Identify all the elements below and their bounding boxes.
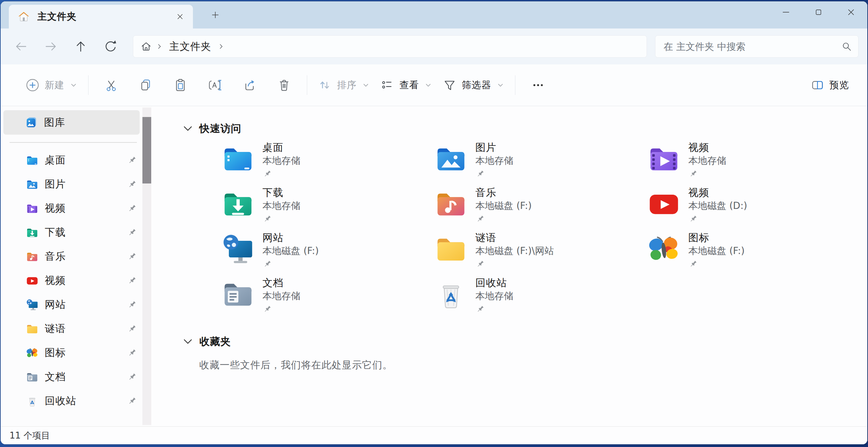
breadcrumb[interactable]: 主文件夹 [133, 35, 647, 58]
sidebar-scrollbar-thumb[interactable] [142, 117, 151, 183]
tab-close-button[interactable] [172, 8, 188, 25]
forward-button[interactable] [36, 34, 66, 59]
search-box[interactable] [655, 35, 859, 58]
delete-button[interactable] [267, 72, 301, 98]
sidebar-item-label: 下载 [45, 226, 121, 239]
item-name: 文档 [262, 276, 300, 290]
new-button[interactable]: 新建 [20, 74, 83, 97]
item-location: 本地存储 [262, 154, 300, 167]
toolbar-divider [515, 75, 515, 95]
rename-button[interactable] [198, 72, 232, 98]
delete-icon [277, 78, 292, 93]
sort-button[interactable]: 排序 [313, 74, 375, 97]
quick-access-item[interactable]: 回收站 本地存储 [434, 276, 647, 321]
arrow-left-icon [14, 39, 28, 54]
sidebar-item[interactable]: 桌面 [1, 148, 152, 172]
up-button[interactable] [66, 34, 96, 59]
close-icon [846, 7, 856, 17]
sidebar-item-gallery[interactable]: 图库 [3, 110, 140, 135]
quick-access-item[interactable]: 网站 本地磁盘 (F:) [221, 231, 434, 276]
tab-title: 主文件夹 [37, 10, 172, 23]
quick-access-item[interactable]: 图片 本地存储 [434, 141, 647, 186]
pin-icon [688, 169, 698, 179]
copy-button[interactable] [129, 72, 163, 98]
quick-access-header[interactable]: 快速访问 [182, 120, 867, 137]
item-name: 图标 [688, 231, 745, 245]
videos-folder-icon [26, 202, 39, 215]
quick-access-item[interactable]: 视频 本地磁盘 (D:) [647, 186, 860, 231]
new-tab-button[interactable] [205, 5, 225, 24]
pin-icon [127, 276, 137, 286]
butterfly-icon [647, 232, 681, 266]
chevron-down-icon [361, 81, 370, 90]
content-area: 图库 桌面 图片 [1, 106, 867, 426]
gallery-icon [25, 116, 38, 129]
back-button[interactable] [6, 34, 36, 59]
chevron-down-icon [69, 81, 78, 90]
sidebar-item-label: 视频 [45, 201, 121, 215]
pin-icon [127, 372, 137, 382]
quick-access-item[interactable]: 视频 本地存储 [647, 141, 860, 186]
sidebar-item[interactable]: 图片 [1, 172, 152, 196]
desktop-folder-icon [26, 154, 39, 167]
quick-access-item[interactable]: 下载 本地存储 [221, 186, 434, 231]
tab-home-folder[interactable]: 主文件夹 [9, 5, 193, 28]
sidebar-item-label: 桌面 [45, 153, 121, 167]
quick-access-item-text: 回收站 本地存储 [475, 276, 513, 314]
item-location: 本地磁盘 (F:) [688, 245, 745, 257]
maximize-button[interactable] [802, 1, 835, 23]
close-window-button[interactable] [835, 1, 867, 23]
sidebar-item[interactable]: 网站 [1, 293, 152, 317]
sidebar-item[interactable]: 视频 [1, 269, 152, 293]
quick-access-item-text: 音乐 本地磁盘 (F:) [475, 186, 532, 224]
sidebar-divider [9, 142, 137, 143]
item-name: 视频 [688, 186, 747, 199]
sidebar-item[interactable]: 文档 [1, 365, 152, 389]
item-name: 谜语 [475, 231, 554, 245]
sidebar-item[interactable]: 谜语 [1, 317, 152, 341]
paste-button[interactable] [163, 72, 198, 98]
toolbar-divider [307, 75, 307, 95]
item-location: 本地磁盘 (F:) [262, 245, 319, 257]
item-name: 下载 [262, 186, 300, 199]
view-button[interactable]: 查看 [375, 74, 437, 97]
documents-folder-icon [26, 371, 39, 384]
filter-label: 筛选器 [462, 79, 491, 92]
arrow-right-icon [44, 39, 58, 54]
more-options-button[interactable] [521, 72, 555, 98]
share-button[interactable] [232, 72, 267, 98]
pin-icon [127, 203, 137, 214]
quick-access-item[interactable]: 桌面 本地存储 [221, 141, 434, 186]
breadcrumb-segment[interactable]: 主文件夹 [169, 40, 211, 54]
sort-label: 排序 [337, 79, 357, 92]
preview-button[interactable]: 预览 [806, 74, 854, 96]
sidebar-pinned-list: 桌面 图片 视频 [1, 148, 152, 413]
quick-access-item-text: 图标 本地磁盘 (F:) [688, 231, 745, 269]
sidebar-item[interactable]: 下载 [1, 220, 152, 245]
navigation-bar: 主文件夹 [1, 28, 867, 64]
sidebar-item[interactable]: 音乐 [1, 245, 152, 269]
filter-button[interactable]: 筛选器 [437, 74, 510, 97]
quick-access-item[interactable]: 文档 本地存储 [221, 276, 434, 321]
arrow-up-icon [74, 39, 88, 54]
quick-access-item[interactable]: 图标 本地磁盘 (F:) [647, 231, 860, 276]
chevron-right-icon [217, 43, 225, 50]
item-location: 本地存储 [262, 199, 300, 212]
favorites-empty-message: 收藏一些文件后，我们将在此处显示它们。 [199, 358, 867, 372]
favorites-title: 收藏夹 [199, 335, 231, 349]
quick-access-item[interactable]: 音乐 本地磁盘 (F:) [434, 186, 647, 231]
sidebar-item[interactable]: 视频 [1, 196, 152, 220]
sidebar-item-label: 图库 [44, 116, 140, 130]
sidebar-item[interactable]: 回收站 [1, 389, 152, 413]
status-bar: 11 个项目 [1, 426, 867, 444]
sidebar-item[interactable]: 图标 [1, 341, 152, 365]
pin-icon [688, 214, 698, 224]
search-input[interactable] [663, 41, 841, 53]
refresh-button[interactable] [96, 34, 125, 59]
favorites-header[interactable]: 收藏夹 [182, 333, 867, 350]
item-name: 图片 [475, 141, 513, 154]
cut-button[interactable] [94, 72, 129, 98]
quick-access-item[interactable]: 谜语 本地磁盘 (F:)\网站 [434, 231, 647, 276]
quick-access-title: 快速访问 [199, 122, 241, 136]
minimize-button[interactable] [770, 1, 802, 23]
